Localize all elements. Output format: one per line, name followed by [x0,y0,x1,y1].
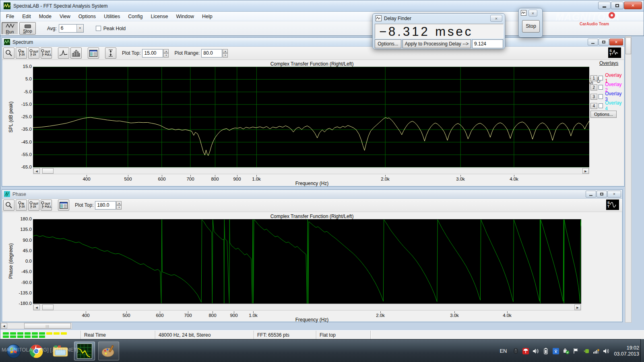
battery-icon[interactable] [542,348,549,355]
menu-item-options[interactable]: Options [74,12,100,21]
overlay-on-checkbox-1[interactable] [599,76,603,80]
menu-item-help[interactable]: Help [198,12,217,21]
phase-plot-top-input[interactable] [95,201,116,210]
zoom-out-full-button[interactable]: OUTFULL [41,200,52,211]
phase-maximize-button[interactable] [597,191,607,197]
minimize-button[interactable] [598,2,611,9]
phase-minimize-button[interactable] [586,191,596,197]
apply-delay-button[interactable]: Apply to Processing Delay --> [402,39,471,48]
plot-range-input[interactable] [201,49,222,58]
scroll-right-icon[interactable]: ▶ [582,168,589,174]
overlay-on-checkbox-4[interactable] [599,103,603,108]
usb-icon[interactable] [562,348,570,355]
zoom-in-2x-button[interactable]: IN2X [16,47,27,59]
menu-item-mode[interactable]: Mode [35,12,56,21]
overlay-set-button-2[interactable]: 2 [590,84,597,90]
nvidia-icon[interactable] [582,348,590,355]
spin-up-icon[interactable]: ▲ [223,49,228,53]
close-icon: × [532,11,534,16]
spectrum-h-scrollbar[interactable]: ◀ ▶ [33,168,589,174]
close-icon: × [495,16,497,21]
show-desktop-button[interactable] [640,339,644,362]
spectrum-maximize-button[interactable] [599,39,609,45]
run-button[interactable]: Run [2,22,18,35]
stop-button[interactable]: Stop [19,22,36,35]
scroll-thumb[interactable]: ||| [24,323,71,329]
mdi-h-scrollbar[interactable]: ◀ ||| [0,323,72,329]
taskbar-clock[interactable]: 19:02 03.07.2013 [614,345,639,357]
spin-down-icon[interactable]: ▼ [223,53,228,58]
close-button[interactable]: × [624,2,642,9]
scroll-right-icon[interactable]: ▶ [574,304,581,310]
speaker-icon[interactable] [603,348,610,355]
scroll-thumb[interactable] [42,168,54,174]
overlay-set-button-4[interactable]: 4 [590,103,597,109]
spin-down-icon[interactable]: ▼ [163,53,169,58]
phase-plot-top-spinner[interactable]: ▲▼ [116,201,122,210]
plot-top-spinner[interactable]: ▲▼ [163,49,169,58]
scroll-left-icon[interactable]: ◀ [33,304,40,310]
phase-plot-title: Complex Transfer Function (Right/Left) [83,214,541,219]
zoom-in-2x-button[interactable]: IN2X [16,200,27,211]
spectrum-plot[interactable] [33,67,589,167]
display-options-button[interactable] [58,200,69,211]
menu-item-view[interactable]: View [56,12,74,21]
menu-item-utilities[interactable]: Utilities [100,12,124,21]
spin-up-icon[interactable]: ▲ [116,201,122,206]
maximize-button[interactable] [611,2,623,9]
flag-icon[interactable] [572,348,580,355]
overlay-on-checkbox-2[interactable] [599,85,603,90]
peak-hold-control: Peak Hold [96,26,126,31]
avira-icon[interactable] [522,348,529,355]
phase-window: Phase × IN2X OUT2X [2,189,623,322]
mdi-v-scrollbar[interactable] [625,36,632,323]
mini-stop-button[interactable]: Stop [522,20,540,33]
zoom-out-full-button[interactable]: OUTFULL [41,47,52,59]
menu-item-license[interactable]: License [147,12,172,21]
spin-up-icon[interactable]: ▲ [163,49,169,53]
overlay-set-button-1[interactable]: 1 [590,75,597,81]
plot-range-spinner[interactable]: ▲▼ [223,49,228,58]
chevron-down-icon[interactable]: ▼ [76,25,83,32]
peak-hold-checkbox[interactable] [96,26,101,31]
zoom-tool-button[interactable] [3,47,14,59]
meter-segment [25,335,31,338]
display-options-button[interactable] [88,47,99,59]
scroll-thumb[interactable] [42,304,54,310]
overlays-options-button[interactable]: Options... [590,111,617,118]
volume-icon[interactable] [532,348,539,355]
scroll-left-icon[interactable]: ◀ [33,168,40,174]
processing-delay-input[interactable] [472,39,503,48]
line-plot-mode-button[interactable] [58,47,69,59]
menu-item-config[interactable]: Config [124,12,147,21]
delay-finder-close-button[interactable]: × [490,15,502,22]
stop-window-close-button[interactable]: × [528,10,537,16]
menu-item-window[interactable]: Window [172,12,198,21]
taskbar-app-paint[interactable] [98,341,119,360]
language-indicator[interactable]: EN [500,348,507,354]
plot-top-input[interactable] [142,49,163,58]
zoom-out-2x-button[interactable]: OUT2X [28,200,39,211]
mouse-icon[interactable] [512,348,519,355]
vertical-scale-button[interactable] [105,47,116,59]
maximize-icon [600,193,603,195]
overlay-set-button-3[interactable]: 3 [590,94,597,100]
wireless-icon[interactable] [552,348,559,355]
menu-item-file[interactable]: File [2,12,18,21]
phase-close-button[interactable]: × [607,191,621,197]
zoom-out-2x-button[interactable]: OUT2X [28,47,39,59]
scroll-left-icon[interactable]: ◀ [1,323,7,329]
scroll-thumb[interactable] [625,37,631,54]
phase-plot[interactable] [33,219,581,304]
network-icon[interactable]: ★ [592,348,600,355]
spectrum-minimize-button[interactable] [588,39,598,45]
menu-item-edit[interactable]: Edit [18,12,35,21]
spin-down-icon[interactable]: ▼ [116,205,122,210]
zoom-tool-button[interactable] [3,200,14,211]
spectrum-close-button[interactable]: × [609,39,623,45]
bar-plot-mode-button[interactable] [70,47,82,59]
options-button[interactable]: Options... [375,39,401,48]
phase-h-scrollbar[interactable]: ◀ ▶ [33,304,581,311]
overlay-on-checkbox-3[interactable] [599,94,603,99]
avg-select[interactable]: 6 ▼ [59,24,84,33]
